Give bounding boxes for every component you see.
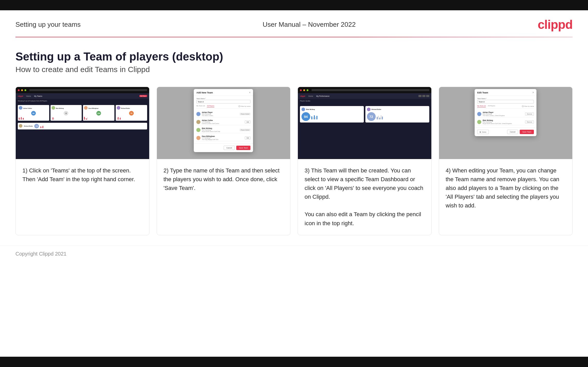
- bar: [118, 117, 119, 120]
- mock-nav-3: clippd Home My Performance: [298, 93, 431, 99]
- card-3: clippd Home My Performance Players Quali…: [298, 87, 432, 235]
- bar: [315, 117, 316, 119]
- team-avatar-1: [301, 108, 305, 111]
- player-name-r3: Blair McHarg: [202, 127, 238, 129]
- modal-bg-2: Edit Team × Team Name * Team A My Team (…: [439, 87, 573, 159]
- mock-topbar-3: [298, 87, 431, 93]
- dot-red: [18, 89, 20, 91]
- modal-close-1[interactable]: ×: [249, 91, 250, 94]
- bars-big-2: [377, 114, 428, 119]
- player-card-4: Richard Butler 78: [116, 105, 147, 121]
- tab-my-team-1[interactable]: My Team (2): [196, 105, 205, 107]
- bar: [86, 118, 87, 120]
- player-action-r2[interactable]: Add: [245, 120, 250, 124]
- save-team-button-1[interactable]: Save Team: [236, 146, 250, 150]
- player-name-r4: Dave Billingham: [202, 135, 243, 137]
- bars-1: [19, 116, 48, 120]
- bars-2: [52, 116, 81, 120]
- pencil-icon[interactable]: [426, 95, 429, 97]
- player-name-4: Richard Butler: [121, 108, 130, 109]
- bar: [84, 117, 85, 120]
- bar: [117, 118, 117, 120]
- player-row-2: Adrian Coliba 1-5 HandicapCentral London…: [196, 119, 250, 125]
- card-1-text: 1) Click on 'Teams' at the top of the sc…: [16, 159, 149, 235]
- modal-close-2[interactable]: ×: [532, 91, 534, 94]
- mock-dashboard-1: clippd Home My Teams Add Team Showing 5 …: [16, 87, 149, 159]
- add-team-btn[interactable]: Add Team: [139, 95, 147, 97]
- edit-player-detail-2: Plus HandicapRoyal North Devon Golf Club…: [483, 121, 524, 124]
- nav-logo: clippd: [18, 95, 23, 97]
- mock-topbar-1: [16, 87, 149, 93]
- modal-bg-1: Add New Team × Team Name * Team A My Tea…: [157, 87, 290, 159]
- edit-player-info-2: Blair McHarg Plus HandicapRoyal North De…: [483, 119, 524, 124]
- bar: [85, 118, 86, 120]
- modal-header-1: Add New Team ×: [194, 89, 253, 96]
- bar: [382, 117, 383, 119]
- edit-player-name-1: Adrian Player: [483, 111, 524, 113]
- filter-checkbox[interactable]: [239, 106, 240, 107]
- cancel-button-1[interactable]: Cancel: [224, 146, 235, 150]
- edit-player-row-1: Adrian Player Plus HandicapThe Shire Lon…: [477, 111, 534, 117]
- modal-body-1: Team Name * Team A My Team (2) All Playe…: [194, 96, 253, 143]
- bottom-player-row: Richard Butler 72: [16, 123, 149, 129]
- filter-by-name-2[interactable]: Filter by name: [522, 105, 534, 107]
- filter-by-name-1[interactable]: Filter by name: [239, 105, 250, 107]
- bar: [53, 117, 53, 120]
- card-2-screenshot: Add New Team × Team Name * Team A My Tea…: [157, 87, 290, 159]
- team-name-label-1: Team Name *: [196, 98, 250, 99]
- page-subtitle: How to create and edit Teams in Clippd: [15, 65, 573, 74]
- edit-player-detail-1: Plus HandicapThe Shire London, United Ki…: [483, 113, 524, 116]
- team-content-3: Blair McHarg 94: [298, 104, 431, 125]
- dot-green: [24, 89, 26, 91]
- card-4-screenshot: Edit Team × Team Name * Team A My Team (…: [439, 87, 573, 159]
- save-team-button-2[interactable]: Save Team: [520, 130, 534, 134]
- url-bar-3: [312, 89, 429, 91]
- footer: Copyright Clippd 2021: [0, 246, 588, 262]
- nav-logo-3: clippd: [300, 95, 305, 97]
- bar: [381, 115, 382, 119]
- dot-green-3: [307, 89, 308, 91]
- avatar-3: [84, 106, 88, 110]
- bar: [311, 116, 312, 119]
- score-5: 72: [34, 124, 39, 128]
- icon-btn-2[interactable]: [422, 95, 425, 97]
- bar: [87, 117, 88, 120]
- bar: [54, 118, 54, 120]
- mock-nav-1: clippd Home My Teams Add Team: [16, 93, 149, 99]
- player-detail-r2: 1-5 HandicapCentral London Golf Centre: [202, 121, 243, 124]
- delete-button[interactable]: 🗑 Delete: [477, 130, 489, 134]
- tab-all-players-2[interactable]: All Players: [488, 105, 495, 107]
- bar: [313, 117, 314, 119]
- bar: [378, 116, 379, 119]
- cancel-button-2[interactable]: Cancel: [507, 130, 518, 134]
- tab-my-team-2[interactable]: My Team (2): [477, 105, 486, 107]
- icon-btn-1[interactable]: [418, 95, 422, 97]
- player-detail-r3: Plus HandicapRoyal North Devon Golf Club: [202, 129, 238, 132]
- remove-button-1[interactable]: Remove: [525, 112, 534, 116]
- player-action-r1: Player Added: [240, 113, 251, 115]
- nav-teams: My Teams: [34, 95, 42, 97]
- player-name-2: Blair McHarg: [56, 108, 64, 109]
- card-2-text: 2) Type the name of this Team and then s…: [157, 159, 290, 235]
- filter-checkbox-2[interactable]: [522, 106, 524, 107]
- bars-big-1: [311, 114, 362, 119]
- url-bar: [29, 89, 147, 91]
- bars-3: [84, 116, 113, 120]
- team-avatar-2: [367, 108, 371, 111]
- tab-all-players-1[interactable]: All Players: [207, 105, 214, 107]
- team-name-input-1[interactable]: Team A: [196, 100, 250, 103]
- score-1: 84: [31, 111, 36, 116]
- player-info-1: Adrian Player Plus HandicapThe Shire Lon…: [202, 111, 238, 116]
- player-name-r1: Adrian Player: [202, 111, 238, 113]
- page-wrapper: Setting up your teams User Manual – Nove…: [0, 0, 588, 367]
- player-name-r2: Adrian Coliba: [202, 119, 243, 121]
- big-score-2: 72: [367, 112, 376, 121]
- player-detail-r4: 1-5 HandicapThe Gog Magog Golf Club: [202, 137, 243, 140]
- page-title: Setting up a Team of players (desktop): [15, 50, 573, 63]
- team-name-input-2[interactable]: Team A: [477, 100, 534, 103]
- player-action-r4[interactable]: Add: [245, 136, 250, 139]
- bar: [52, 119, 52, 120]
- remove-button-2[interactable]: Remove: [525, 120, 534, 124]
- bar: [119, 119, 120, 120]
- player-name-5: Richard Butler: [24, 125, 33, 127]
